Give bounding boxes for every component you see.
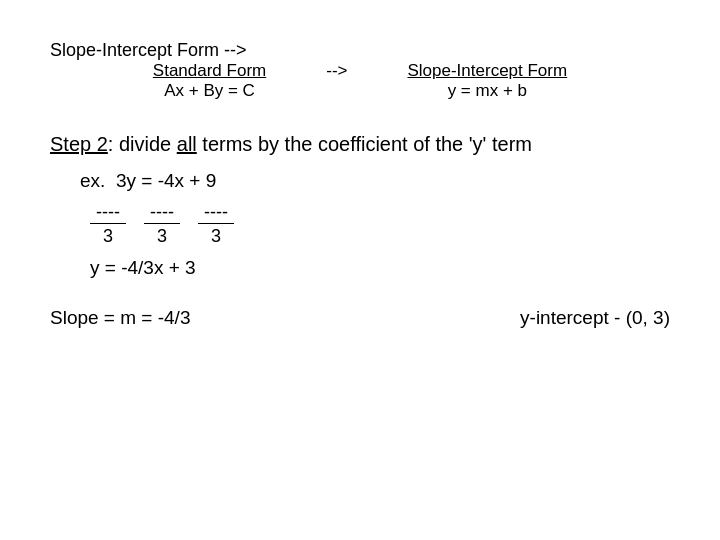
step2-colon: : divide <box>108 133 177 155</box>
frac2-bar <box>144 223 180 224</box>
intercept-text: y-intercept - (0, 3) <box>520 307 670 329</box>
frac2-denom: 3 <box>157 226 167 247</box>
fraction-row: ---- 3 ---- 3 ---- 3 <box>90 202 670 247</box>
result-equation: y = -4/3x + 3 <box>90 257 670 279</box>
ex-eq: 3y = -4x + 9 <box>116 170 216 191</box>
slope-intercept-eq: y = mx + b <box>407 81 567 101</box>
standard-form-col: Standard Form Ax + By = C <box>153 61 266 101</box>
fraction-1: ---- 3 <box>90 202 126 247</box>
ex-label: ex. <box>80 170 116 191</box>
slope-intercept-col: Slope-Intercept Form y = mx + b <box>407 61 567 101</box>
frac1-bar <box>90 223 126 224</box>
slope-text: Slope = m = -4/3 <box>50 307 190 329</box>
frac1-denom: 3 <box>103 226 113 247</box>
frac1-numer: ---- <box>96 202 120 223</box>
page: Slope-Intercept Form --> Standard Form A… <box>0 0 720 540</box>
example-block: ex. 3y = -4x + 9 ---- 3 ---- 3 ---- 3 y … <box>80 170 670 279</box>
arrow-col: --> <box>326 61 347 101</box>
frac3-denom: 3 <box>211 226 221 247</box>
step2-label: Step 2 <box>50 133 108 155</box>
fraction-2: ---- 3 <box>144 202 180 247</box>
standard-form-title: Standard Form <box>153 61 266 81</box>
step2-rest: terms by the coefficient of the 'y' term <box>197 133 532 155</box>
frac2-numer: ---- <box>150 202 174 223</box>
header-row: Standard Form Ax + By = C --> Slope-Inte… <box>50 61 670 101</box>
arrow-text: --> <box>326 61 347 81</box>
frac3-numer: ---- <box>204 202 228 223</box>
step2-all: all <box>177 133 197 155</box>
example-equation: ex. 3y = -4x + 9 <box>80 170 670 192</box>
fraction-3: ---- 3 <box>198 202 234 247</box>
frac3-bar <box>198 223 234 224</box>
step2-heading: Step 2: divide all terms by the coeffici… <box>50 133 670 156</box>
bottom-row: Slope = m = -4/3 y-intercept - (0, 3) <box>50 307 670 329</box>
standard-form-eq: Ax + By = C <box>153 81 266 101</box>
slope-intercept-title: Slope-Intercept Form <box>407 61 567 81</box>
